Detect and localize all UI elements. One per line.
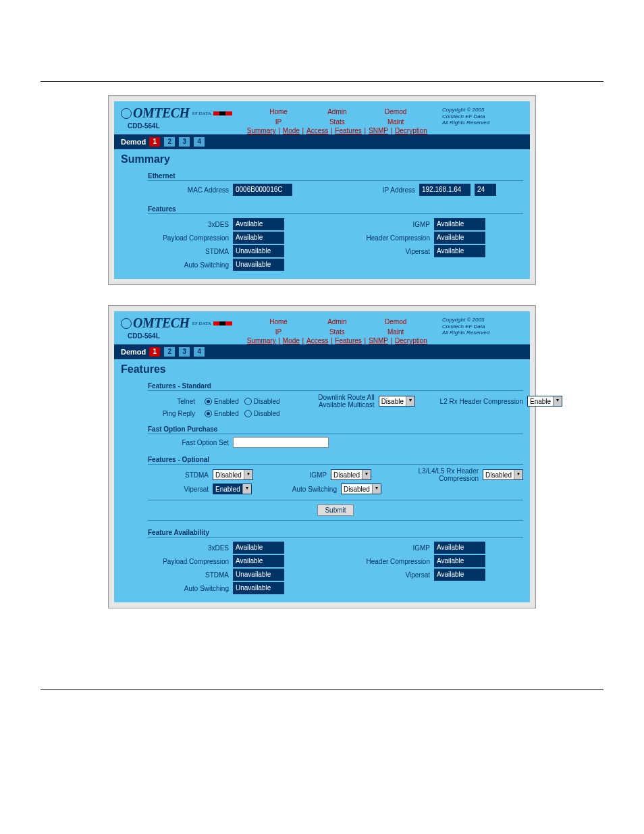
telnet-disabled-radio[interactable] — [244, 398, 252, 405]
nav-admin[interactable]: Admin — [308, 107, 365, 117]
nav-stats[interactable]: Stats — [308, 117, 365, 127]
mac-value: 0006B000016C — [233, 184, 292, 196]
demod-tab-1[interactable]: 1 — [149, 346, 161, 357]
page-rule-top — [41, 81, 603, 82]
features-header: Features — [148, 203, 523, 214]
copyright: Copyright © 2005 Comtech EF Data All Rig… — [442, 105, 523, 126]
optional-header: Features - Optional — [148, 453, 523, 465]
l345-select[interactable]: Disabled▾ — [483, 469, 523, 480]
chevron-down-icon: ▾ — [514, 470, 522, 479]
feat-label: 3xDES — [148, 221, 233, 228]
subnav-mode[interactable]: Mode — [283, 127, 300, 134]
feat-value: Available — [233, 555, 284, 567]
feat-label: IGMP — [349, 544, 434, 552]
chevron-down-icon: ▾ — [242, 484, 251, 494]
demod-tab-2[interactable]: 2 — [163, 136, 176, 147]
fast-option-input[interactable] — [233, 437, 329, 448]
feat-label: Payload Compression — [148, 558, 233, 565]
autoswitch-label: Auto Switching — [283, 486, 341, 493]
feat-value: Available — [434, 245, 485, 257]
submit-button[interactable]: Submit — [317, 504, 353, 516]
main-nav: Home Admin Demod IP Stats Maint — [232, 107, 442, 127]
feat-label: Auto Switching — [148, 261, 233, 269]
downlink-select[interactable]: Disable▾ — [379, 396, 415, 407]
subnav-decryption[interactable]: Decryption — [395, 127, 427, 134]
copyright: Copyright © 2005 Comtech EF Data All Rig… — [442, 315, 523, 336]
demod-tab-1[interactable]: 1 — [149, 136, 161, 147]
stdma-select[interactable]: Disabled▾ — [213, 469, 253, 480]
l345-label: L3/L4/L5 Rx Header Compression — [398, 467, 483, 482]
subnav-decryption[interactable]: Decryption — [395, 337, 427, 344]
l2-select[interactable]: Enable▾ — [527, 396, 562, 407]
subnav-snmp[interactable]: SNMP — [369, 127, 388, 134]
vipersat-label: Vipersat — [148, 486, 213, 493]
vipersat-select[interactable]: Enabled▾ — [213, 484, 252, 494]
nav-maint[interactable]: Maint — [367, 117, 424, 127]
subnav-access[interactable]: Access — [306, 127, 328, 134]
sub-nav: Summary | Mode | Access | Features | SNM… — [232, 337, 442, 344]
feat-value: Available — [434, 569, 485, 581]
ping-disabled-radio[interactable] — [244, 410, 252, 417]
feat-label: Vipersat — [349, 248, 434, 255]
demod-tab-3[interactable]: 3 — [178, 136, 190, 147]
nav-maint[interactable]: Maint — [367, 327, 424, 337]
logo: OMTECHEF DATA — [121, 105, 232, 121]
page-title: Features — [114, 359, 530, 380]
ip-value: 192.168.1.64 — [419, 184, 471, 196]
demod-tab-4[interactable]: 4 — [193, 346, 205, 357]
demod-label: Demod — [121, 348, 146, 356]
page-rule-bottom — [41, 689, 603, 690]
subnav-features[interactable]: Features — [335, 337, 361, 344]
logo: OMTECHEF DATA — [121, 315, 232, 331]
fast-label: Fast Option Set — [148, 439, 233, 446]
demod-selector: Demod 1 2 3 4 — [114, 344, 530, 359]
subnav-features[interactable]: Features — [335, 127, 361, 134]
stripe-icon — [213, 111, 232, 115]
feat-value: Available — [233, 232, 284, 244]
feat-value: Available — [434, 555, 485, 567]
feat-label: Vipersat — [349, 571, 434, 579]
feat-value: Unavailable — [233, 259, 284, 271]
feat-label: STDMA — [148, 248, 233, 255]
autoswitch-select[interactable]: Disabled▾ — [341, 484, 381, 494]
demod-tab-3[interactable]: 3 — [178, 346, 190, 357]
ping-enabled-radio[interactable] — [205, 410, 212, 417]
demod-tab-2[interactable]: 2 — [163, 346, 176, 357]
stripe-icon — [213, 321, 232, 325]
chevron-down-icon: ▾ — [553, 396, 562, 406]
standard-header: Features - Standard — [148, 380, 523, 391]
demod-selector: Demod 1 2 3 4 — [114, 134, 530, 149]
nav-demod[interactable]: Demod — [367, 317, 424, 327]
feat-label: Header Compression — [349, 558, 434, 565]
nav-home[interactable]: Home — [250, 107, 307, 117]
subnav-snmp[interactable]: SNMP — [369, 337, 388, 344]
nav-ip[interactable]: IP — [250, 117, 307, 127]
ip-label: IP Address — [334, 186, 419, 194]
subnav-summary[interactable]: Summary — [247, 127, 276, 134]
subnav-access[interactable]: Access — [306, 337, 328, 344]
downlink-label: Downlink Route All Available Multicast — [294, 394, 379, 409]
chevron-down-icon: ▾ — [244, 470, 252, 479]
subnav-mode[interactable]: Mode — [283, 337, 300, 344]
feat-value: Unavailable — [233, 245, 284, 257]
feat-value: Unavailable — [233, 582, 284, 594]
nav-ip[interactable]: IP — [250, 327, 307, 337]
mac-label: MAC Address — [148, 186, 233, 194]
fast-header: Fast Option Purchase — [148, 423, 523, 434]
nav-home[interactable]: Home — [250, 317, 307, 327]
nav-stats[interactable]: Stats — [308, 327, 365, 337]
igmp-select[interactable]: Disabled▾ — [331, 469, 371, 480]
globe-icon — [121, 318, 132, 329]
subnav-summary[interactable]: Summary — [247, 337, 276, 344]
page-title: Summary — [114, 149, 530, 170]
screenshot-summary-panel: OMTECHEF DATA CDD-564L Home Admin Demod … — [108, 95, 536, 285]
demod-tab-4[interactable]: 4 — [193, 136, 205, 147]
feat-label: Auto Switching — [148, 585, 233, 592]
telnet-enabled-radio[interactable] — [205, 398, 212, 405]
feat-label: Header Compression — [349, 234, 434, 242]
feat-value: Available — [434, 542, 485, 554]
feat-label: 3xDES — [148, 544, 233, 552]
ping-label: Ping Reply — [148, 410, 199, 417]
nav-admin[interactable]: Admin — [308, 317, 365, 327]
nav-demod[interactable]: Demod — [367, 107, 424, 117]
